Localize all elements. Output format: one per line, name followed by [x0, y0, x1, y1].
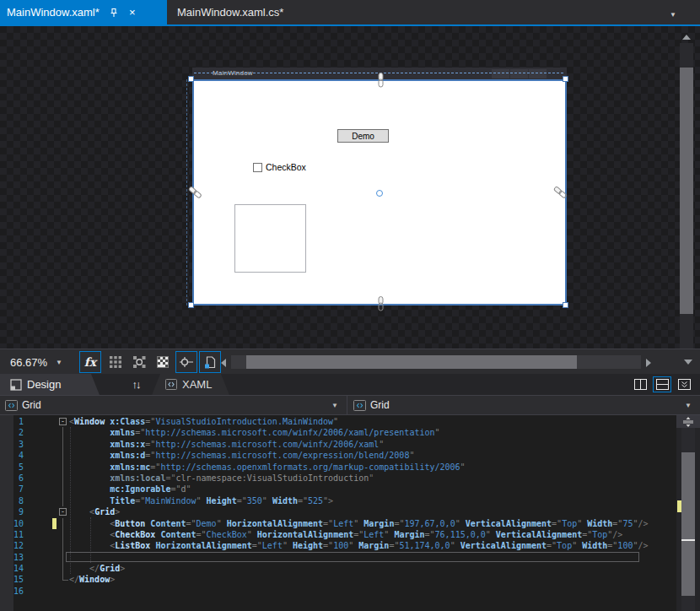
code-text: <Grid>	[69, 506, 120, 517]
code-line[interactable]: 15</Window>	[0, 574, 673, 585]
code-text: <Window x:Class="VisualStudioIntroductio…	[69, 416, 338, 427]
code-line[interactable]: 4 xmlns:d="http://schemas.microsoft.com/…	[0, 450, 673, 461]
xaml-code-editor[interactable]: 1-<Window x:Class="VisualStudioIntroduct…	[0, 415, 700, 611]
code-line[interactable]: 3 xmlns:x="http://schemas.microsoft.com/…	[0, 439, 673, 450]
fold-margin	[57, 518, 69, 529]
anchor-chain-icon-top[interactable]	[376, 73, 385, 88]
design-vertical-scrollbar[interactable]	[676, 28, 697, 349]
line-number: 14	[0, 563, 35, 574]
tab-mainwindow-xaml-cs[interactable]: MainWindow.xaml.cs*	[169, 0, 295, 24]
snap-grid-icon	[133, 356, 146, 368]
tab-design-view[interactable]: Design	[0, 374, 100, 395]
fold-margin[interactable]: -	[57, 416, 69, 427]
code-text: </Window>	[69, 574, 115, 585]
code-line[interactable]: 13	[0, 552, 673, 563]
artboard-background-button[interactable]	[152, 351, 174, 373]
code-line[interactable]: 11 <CheckBox Content="CheckBox" Horizont…	[0, 529, 673, 540]
scroll-down-arrow[interactable]	[684, 360, 692, 365]
close-icon[interactable]: ×	[127, 7, 138, 19]
document-tab-strip: MainWindow.xaml* × MainWindow.xaml.cs* ▼	[0, 0, 700, 24]
change-annotation-mark	[677, 500, 681, 512]
chevron-down-icon[interactable]: ▼	[685, 402, 692, 409]
scrollbar-thumb[interactable]	[681, 452, 695, 596]
fold-margin	[57, 439, 69, 450]
code-text: mc:Ignorable="d"	[69, 484, 191, 495]
fx-icon: fx	[84, 355, 96, 369]
fold-margin	[57, 586, 69, 597]
document-well-dropdown-icon[interactable]: ▼	[670, 11, 676, 19]
fold-margin	[57, 450, 69, 461]
snap-to-grid-button[interactable]	[128, 351, 150, 373]
fold-collapse-icon[interactable]: -	[59, 508, 67, 516]
code-lines: 1-<Window x:Class="VisualStudioIntroduct…	[0, 416, 673, 597]
code-line[interactable]: 8 Title="MainWindow" Height="350" Width=…	[0, 495, 673, 506]
fold-margin	[57, 484, 69, 495]
snaplines-toggle-button[interactable]	[175, 351, 197, 373]
preview-listbox[interactable]	[234, 204, 306, 273]
code-line[interactable]: 14 </Grid>	[0, 563, 673, 574]
split-orientation-buttons	[631, 376, 693, 392]
design-horizontal-scrollbar[interactable]	[231, 355, 641, 369]
tab-xaml-view[interactable]: XAML	[152, 374, 229, 395]
line-number: 15	[0, 574, 35, 585]
code-line[interactable]: 6 xmlns:local="clr-namespace:VisualStudi…	[0, 473, 673, 484]
vertical-split-button[interactable]	[631, 376, 649, 392]
horizontal-split-button[interactable]	[653, 376, 671, 392]
code-line[interactable]: 2 xmlns="http://schemas.microsoft.com/wi…	[0, 427, 673, 438]
effects-toggle-button[interactable]: fx	[79, 351, 101, 373]
project-code-toggle-button[interactable]	[199, 351, 221, 373]
tab-label: MainWindow.xaml*	[7, 6, 100, 19]
caret-position-mark	[681, 539, 695, 541]
code-line[interactable]: 16	[0, 586, 673, 597]
scrollbar-thumb[interactable]	[246, 355, 577, 369]
collapse-pane-button[interactable]	[675, 376, 693, 392]
preview-demo-button[interactable]: Demo	[337, 129, 389, 143]
zoom-combobox[interactable]: 66.67% ▼	[3, 352, 76, 372]
checkerboard-icon	[157, 356, 169, 368]
scroll-up-arrow[interactable]	[682, 35, 691, 40]
tab-mainwindow-xaml[interactable]: MainWindow.xaml* ×	[0, 0, 167, 24]
line-number: 13	[0, 552, 35, 563]
resize-handle-bottom-left[interactable]	[188, 302, 194, 308]
code-line[interactable]: 7 mc:Ignorable="d"	[0, 484, 673, 495]
scroll-left-arrow[interactable]	[221, 359, 226, 367]
show-grid-button[interactable]	[105, 351, 127, 373]
line-number: 4	[0, 450, 35, 461]
code-line[interactable]: 5 xmlns:mc="http://schemas.openxmlformat…	[0, 462, 673, 473]
breadcrumb-right[interactable]: Grid ▼	[348, 396, 700, 414]
fold-margin	[57, 462, 69, 473]
fold-margin[interactable]: -	[57, 506, 69, 517]
preview-checkbox[interactable]: CheckBox	[253, 162, 306, 172]
pin-icon[interactable]	[108, 7, 120, 19]
fold-margin	[57, 552, 69, 563]
design-surface[interactable]: MainWindow Demo CheckBox	[0, 26, 700, 349]
line-number: 1	[0, 416, 35, 427]
view-switch-bar: Design ↑↓ XAML	[0, 374, 700, 395]
resize-handle-bottom-right[interactable]	[563, 302, 568, 308]
anchor-chain-icon-bottom[interactable]	[376, 296, 385, 311]
code-text: xmlns:mc="http://schemas.openxmlformats.…	[69, 462, 466, 473]
scroll-right-arrow[interactable]	[646, 359, 651, 367]
editor-vertical-scrollbar[interactable]	[676, 415, 700, 611]
fold-margin	[57, 574, 69, 585]
breadcrumb-left[interactable]: Grid ▼	[0, 396, 347, 414]
checkbox-box[interactable]	[253, 163, 262, 172]
code-line[interactable]: 9- <Grid>	[0, 506, 673, 517]
fold-collapse-icon[interactable]: -	[59, 418, 67, 425]
code-text: <Button Content="Demo" HorizontalAlignme…	[69, 518, 649, 529]
swap-panes-button[interactable]: ↑↓	[123, 374, 148, 395]
line-number: 10	[0, 518, 35, 529]
preview-window-buttons	[492, 69, 547, 78]
zoom-value: 66.67%	[10, 356, 47, 369]
scrollbar-thumb[interactable]	[680, 68, 693, 314]
xaml-tab-label: XAML	[182, 378, 212, 391]
resize-handle-top-left[interactable]	[188, 76, 194, 82]
resize-handle-top-right[interactable]	[563, 76, 568, 82]
code-line[interactable]: 12 <ListBox HorizontalAlignment="Left" H…	[0, 540, 673, 551]
chevron-down-icon[interactable]: ▼	[331, 402, 338, 409]
document-code-icon	[204, 356, 216, 369]
code-line[interactable]: 10 <Button Content="Demo" HorizontalAlig…	[0, 518, 673, 529]
checkbox-label: CheckBox	[266, 162, 306, 172]
editor-split-handle[interactable]	[676, 415, 700, 428]
code-line[interactable]: 1-<Window x:Class="VisualStudioIntroduct…	[0, 416, 673, 427]
